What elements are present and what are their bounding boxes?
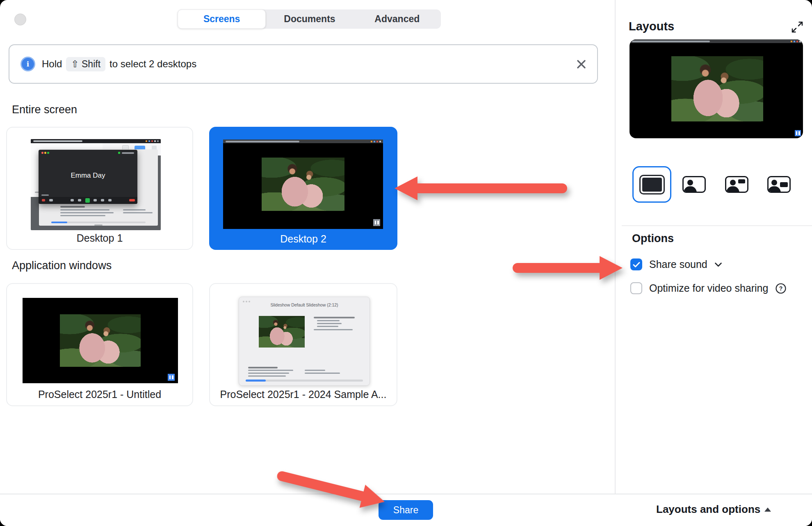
svg-text:?: ? xyxy=(779,285,783,292)
layout-option-screen-only[interactable] xyxy=(632,166,671,203)
tab-screens[interactable]: Screens xyxy=(178,9,266,29)
desktop2-menubar xyxy=(223,140,383,143)
share-button[interactable]: Share xyxy=(379,500,433,520)
banner-close-icon[interactable] xyxy=(576,59,586,69)
zoom-share-dialog: Screens Documents Advanced i Hold ⇧ Shif… xyxy=(0,0,812,526)
entire-screen-heading: Entire screen xyxy=(12,103,77,116)
desktop2-thumbnail xyxy=(223,140,383,229)
app2-slideshow-progress xyxy=(246,380,363,382)
help-icon[interactable]: ? xyxy=(775,283,787,294)
desktop1-thumbnail: Emma Day xyxy=(31,139,161,230)
meeting-participant-name: Emma Day xyxy=(39,172,137,180)
screen-card-label: Desktop 2 xyxy=(209,233,397,245)
layouts-and-options-toggle[interactable]: Layouts and options xyxy=(656,503,771,516)
screen-card-desktop1[interactable]: Emma Day Desktop 1 xyxy=(6,127,193,250)
layouts-title: Layouts xyxy=(629,20,674,33)
sidebar-section-divider xyxy=(622,225,812,226)
layout-option-speaker[interactable] xyxy=(682,176,706,193)
app1-photo xyxy=(60,314,141,367)
app2-photo xyxy=(259,316,305,348)
meeting-toolbar xyxy=(39,197,137,204)
desktop1-slideshow-progress xyxy=(51,222,146,223)
expand-layouts-icon[interactable] xyxy=(791,21,804,34)
layout-preview xyxy=(630,39,803,138)
desktop1-menubar xyxy=(31,139,161,143)
share-sound-checkbox[interactable] xyxy=(630,258,642,270)
pause-badge-icon xyxy=(795,130,801,136)
red-arrow-share-sound xyxy=(513,256,623,280)
banner-text-suffix: to select 2 desktops xyxy=(109,58,196,70)
tab-advanced[interactable]: Advanced xyxy=(354,9,441,29)
app2-thumbnail: Slideshow Default Slideshow (2:12) xyxy=(239,297,370,386)
screen-card-desktop2[interactable]: Desktop 2 xyxy=(209,127,397,250)
shift-hint-banner: i Hold ⇧ Shift to select 2 desktops xyxy=(9,44,598,84)
layouts-and-options-label: Layouts and options xyxy=(656,503,760,516)
tab-documents[interactable]: Documents xyxy=(266,9,353,29)
shift-key-chip: ⇧ Shift xyxy=(66,57,105,71)
window-card-label: ProSelect 2025r1 - Untitled xyxy=(7,389,192,400)
chevron-down-icon[interactable] xyxy=(714,262,722,267)
caret-up-icon xyxy=(764,508,771,512)
options-title: Options xyxy=(632,232,674,245)
optimize-video-option[interactable]: Optimize for video sharing ? xyxy=(630,282,787,294)
app1-thumbnail xyxy=(23,298,178,383)
sidebar-divider xyxy=(615,0,616,494)
screen-card-label: Desktop 1 xyxy=(7,232,192,244)
optimize-video-label: Optimize for video sharing xyxy=(649,282,768,294)
desktop2-photo xyxy=(262,158,345,211)
window-traffic-light-button[interactable] xyxy=(14,14,26,25)
screen-only-icon xyxy=(639,175,665,194)
window-card-label: ProSelect 2025r1 - 2024 Sample A... xyxy=(210,389,397,400)
info-icon: i xyxy=(21,57,35,71)
share-sound-option[interactable]: Share sound xyxy=(630,258,722,270)
preview-photo xyxy=(671,56,763,121)
layout-option-side-by-side[interactable] xyxy=(767,176,791,193)
window-card-proselect-untitled[interactable]: ProSelect 2025r1 - Untitled xyxy=(6,283,193,406)
share-type-tabbar: Screens Documents Advanced xyxy=(178,9,441,29)
application-windows-heading: Application windows xyxy=(12,259,112,272)
footer-bar: Share Layouts and options xyxy=(0,494,812,526)
banner-text: Hold ⇧ Shift to select 2 desktops xyxy=(42,57,196,71)
share-sound-label: Share sound xyxy=(649,258,707,270)
preview-menubar xyxy=(630,39,803,43)
pause-badge-icon xyxy=(168,374,175,381)
banner-text-prefix: Hold xyxy=(42,58,62,70)
app2-window-title: Slideshow Default Slideshow (2:12) xyxy=(239,302,370,307)
pause-badge-icon xyxy=(373,219,380,226)
layout-option-thumbnail-top[interactable] xyxy=(725,176,748,193)
red-arrow-desktop2 xyxy=(395,176,567,200)
optimize-video-checkbox[interactable] xyxy=(630,282,642,294)
window-card-proselect-sample[interactable]: Slideshow Default Slideshow (2:12) ProSe… xyxy=(209,283,397,406)
desktop1-zoom-meeting-window: Emma Day xyxy=(39,150,137,204)
